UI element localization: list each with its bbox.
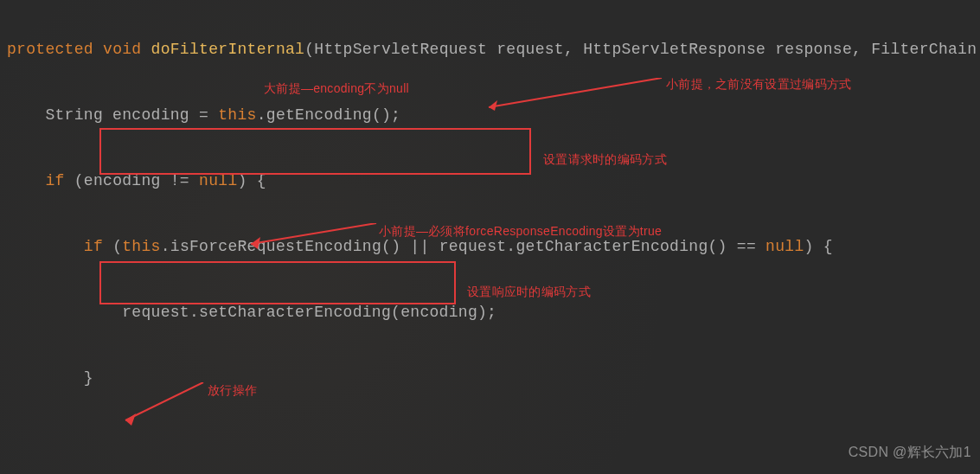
keyword: protected [7, 41, 93, 58]
text: String encoding = [7, 106, 218, 124]
annotation: 大前提—encoding不为null [264, 72, 409, 105]
text: ) { [804, 238, 833, 255]
keyword-this: this [122, 238, 160, 255]
text: .getEncoding(); [257, 106, 401, 124]
keyword-if: if [45, 172, 64, 189]
watermark: CSDN @辉长六加1 [849, 436, 971, 469]
keyword: void [103, 41, 141, 58]
keyword-this: this [218, 106, 256, 124]
keyword-if: if [84, 238, 103, 255]
highlight-box [99, 128, 531, 175]
text: request.setCharacterEncoding(encoding); [7, 304, 496, 321]
function-name: doFilterInternal [151, 41, 305, 58]
keyword-null: null [765, 238, 804, 255]
annotation: 放行操作 [208, 374, 257, 407]
annotation: 小前提—必须将forceResponseEncoding设置为true [379, 215, 662, 247]
code-line: String encoding = this.getEncoding(); [7, 99, 973, 131]
highlight-box [99, 261, 456, 304]
annotation: 设置响应时的编码方式 [467, 275, 591, 308]
indent [7, 238, 84, 255]
annotation: 小前提，之前没有设置过编码方式 [666, 67, 852, 100]
text: (encoding != [65, 172, 199, 189]
code-line [7, 427, 973, 460]
text: ( [103, 238, 122, 255]
code-line: } [7, 362, 973, 394]
params: (HttpServletRequest request, HttpServlet… [304, 41, 977, 58]
text: } [7, 369, 93, 387]
code-line: protected void doFilterInternal(HttpServ… [7, 33, 973, 66]
keyword-null: null [199, 172, 237, 189]
text: ) { [238, 172, 266, 189]
annotation: 设置请求时的编码方式 [543, 143, 667, 176]
